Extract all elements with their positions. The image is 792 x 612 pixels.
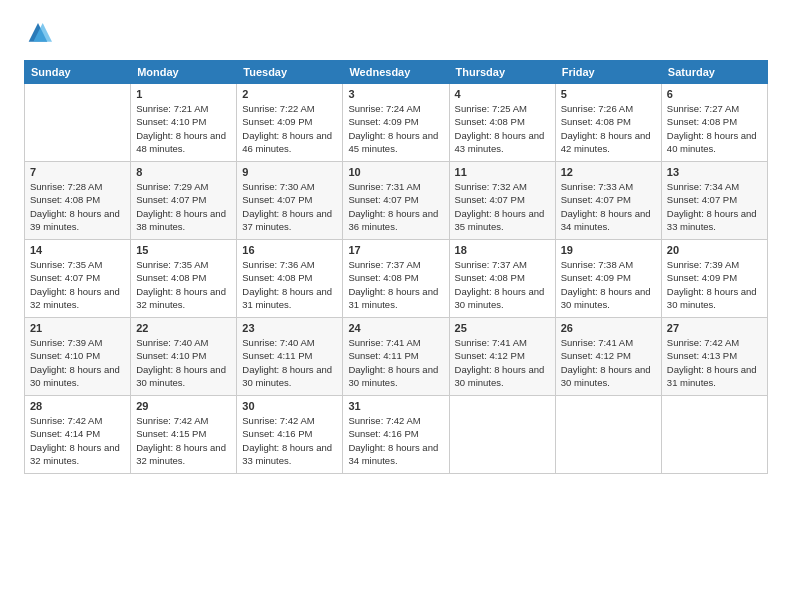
calendar-cell: 13Sunrise: 7:34 AMSunset: 4:07 PMDayligh… — [661, 162, 767, 240]
day-info: Sunrise: 7:35 AMSunset: 4:07 PMDaylight:… — [30, 258, 125, 311]
week-row-1: 7Sunrise: 7:28 AMSunset: 4:08 PMDaylight… — [25, 162, 768, 240]
calendar-cell: 20Sunrise: 7:39 AMSunset: 4:09 PMDayligh… — [661, 240, 767, 318]
calendar-cell: 16Sunrise: 7:36 AMSunset: 4:08 PMDayligh… — [237, 240, 343, 318]
day-info: Sunrise: 7:22 AMSunset: 4:09 PMDaylight:… — [242, 102, 337, 155]
day-number: 11 — [455, 166, 550, 178]
day-info: Sunrise: 7:24 AMSunset: 4:09 PMDaylight:… — [348, 102, 443, 155]
day-number: 16 — [242, 244, 337, 256]
day-info: Sunrise: 7:26 AMSunset: 4:08 PMDaylight:… — [561, 102, 656, 155]
day-info: Sunrise: 7:30 AMSunset: 4:07 PMDaylight:… — [242, 180, 337, 233]
week-row-0: 1Sunrise: 7:21 AMSunset: 4:10 PMDaylight… — [25, 84, 768, 162]
calendar-cell — [25, 84, 131, 162]
calendar-cell: 4Sunrise: 7:25 AMSunset: 4:08 PMDaylight… — [449, 84, 555, 162]
calendar-cell: 17Sunrise: 7:37 AMSunset: 4:08 PMDayligh… — [343, 240, 449, 318]
day-info: Sunrise: 7:32 AMSunset: 4:07 PMDaylight:… — [455, 180, 550, 233]
day-number: 15 — [136, 244, 231, 256]
calendar-cell — [661, 396, 767, 474]
header-row: SundayMondayTuesdayWednesdayThursdayFrid… — [25, 61, 768, 84]
week-row-4: 28Sunrise: 7:42 AMSunset: 4:14 PMDayligh… — [25, 396, 768, 474]
day-number: 13 — [667, 166, 762, 178]
header-day-sunday: Sunday — [25, 61, 131, 84]
day-number: 12 — [561, 166, 656, 178]
calendar-cell: 2Sunrise: 7:22 AMSunset: 4:09 PMDaylight… — [237, 84, 343, 162]
calendar-header: SundayMondayTuesdayWednesdayThursdayFrid… — [25, 61, 768, 84]
day-info: Sunrise: 7:39 AMSunset: 4:09 PMDaylight:… — [667, 258, 762, 311]
calendar-cell: 22Sunrise: 7:40 AMSunset: 4:10 PMDayligh… — [131, 318, 237, 396]
calendar-cell: 21Sunrise: 7:39 AMSunset: 4:10 PMDayligh… — [25, 318, 131, 396]
day-number: 30 — [242, 400, 337, 412]
day-info: Sunrise: 7:40 AMSunset: 4:11 PMDaylight:… — [242, 336, 337, 389]
day-info: Sunrise: 7:41 AMSunset: 4:12 PMDaylight:… — [561, 336, 656, 389]
day-info: Sunrise: 7:40 AMSunset: 4:10 PMDaylight:… — [136, 336, 231, 389]
header-day-saturday: Saturday — [661, 61, 767, 84]
calendar-cell: 14Sunrise: 7:35 AMSunset: 4:07 PMDayligh… — [25, 240, 131, 318]
calendar-cell: 26Sunrise: 7:41 AMSunset: 4:12 PMDayligh… — [555, 318, 661, 396]
header-day-friday: Friday — [555, 61, 661, 84]
day-number: 21 — [30, 322, 125, 334]
day-info: Sunrise: 7:41 AMSunset: 4:11 PMDaylight:… — [348, 336, 443, 389]
page: SundayMondayTuesdayWednesdayThursdayFrid… — [0, 0, 792, 612]
day-number: 9 — [242, 166, 337, 178]
calendar-cell: 25Sunrise: 7:41 AMSunset: 4:12 PMDayligh… — [449, 318, 555, 396]
day-number: 17 — [348, 244, 443, 256]
day-number: 4 — [455, 88, 550, 100]
day-number: 23 — [242, 322, 337, 334]
day-info: Sunrise: 7:41 AMSunset: 4:12 PMDaylight:… — [455, 336, 550, 389]
day-info: Sunrise: 7:42 AMSunset: 4:13 PMDaylight:… — [667, 336, 762, 389]
day-number: 27 — [667, 322, 762, 334]
logo — [24, 20, 56, 48]
day-info: Sunrise: 7:31 AMSunset: 4:07 PMDaylight:… — [348, 180, 443, 233]
day-info: Sunrise: 7:36 AMSunset: 4:08 PMDaylight:… — [242, 258, 337, 311]
calendar-cell: 19Sunrise: 7:38 AMSunset: 4:09 PMDayligh… — [555, 240, 661, 318]
day-number: 20 — [667, 244, 762, 256]
day-number: 3 — [348, 88, 443, 100]
week-row-2: 14Sunrise: 7:35 AMSunset: 4:07 PMDayligh… — [25, 240, 768, 318]
day-info: Sunrise: 7:25 AMSunset: 4:08 PMDaylight:… — [455, 102, 550, 155]
day-info: Sunrise: 7:35 AMSunset: 4:08 PMDaylight:… — [136, 258, 231, 311]
calendar-cell: 3Sunrise: 7:24 AMSunset: 4:09 PMDaylight… — [343, 84, 449, 162]
day-info: Sunrise: 7:38 AMSunset: 4:09 PMDaylight:… — [561, 258, 656, 311]
calendar-cell: 11Sunrise: 7:32 AMSunset: 4:07 PMDayligh… — [449, 162, 555, 240]
day-info: Sunrise: 7:28 AMSunset: 4:08 PMDaylight:… — [30, 180, 125, 233]
day-info: Sunrise: 7:29 AMSunset: 4:07 PMDaylight:… — [136, 180, 231, 233]
header-day-tuesday: Tuesday — [237, 61, 343, 84]
day-number: 8 — [136, 166, 231, 178]
day-number: 14 — [30, 244, 125, 256]
week-row-3: 21Sunrise: 7:39 AMSunset: 4:10 PMDayligh… — [25, 318, 768, 396]
header-day-wednesday: Wednesday — [343, 61, 449, 84]
day-number: 1 — [136, 88, 231, 100]
day-info: Sunrise: 7:42 AMSunset: 4:16 PMDaylight:… — [242, 414, 337, 467]
day-number: 2 — [242, 88, 337, 100]
header-day-monday: Monday — [131, 61, 237, 84]
day-number: 24 — [348, 322, 443, 334]
calendar-cell: 5Sunrise: 7:26 AMSunset: 4:08 PMDaylight… — [555, 84, 661, 162]
day-info: Sunrise: 7:37 AMSunset: 4:08 PMDaylight:… — [348, 258, 443, 311]
day-number: 19 — [561, 244, 656, 256]
header — [24, 20, 768, 48]
day-number: 29 — [136, 400, 231, 412]
header-day-thursday: Thursday — [449, 61, 555, 84]
calendar-cell: 31Sunrise: 7:42 AMSunset: 4:16 PMDayligh… — [343, 396, 449, 474]
day-info: Sunrise: 7:21 AMSunset: 4:10 PMDaylight:… — [136, 102, 231, 155]
day-number: 18 — [455, 244, 550, 256]
calendar-cell: 24Sunrise: 7:41 AMSunset: 4:11 PMDayligh… — [343, 318, 449, 396]
calendar-cell: 15Sunrise: 7:35 AMSunset: 4:08 PMDayligh… — [131, 240, 237, 318]
calendar-cell: 9Sunrise: 7:30 AMSunset: 4:07 PMDaylight… — [237, 162, 343, 240]
day-number: 25 — [455, 322, 550, 334]
day-info: Sunrise: 7:37 AMSunset: 4:08 PMDaylight:… — [455, 258, 550, 311]
day-number: 26 — [561, 322, 656, 334]
calendar-cell: 1Sunrise: 7:21 AMSunset: 4:10 PMDaylight… — [131, 84, 237, 162]
calendar-cell: 10Sunrise: 7:31 AMSunset: 4:07 PMDayligh… — [343, 162, 449, 240]
day-info: Sunrise: 7:34 AMSunset: 4:07 PMDaylight:… — [667, 180, 762, 233]
day-number: 28 — [30, 400, 125, 412]
calendar-table: SundayMondayTuesdayWednesdayThursdayFrid… — [24, 60, 768, 474]
calendar-cell: 12Sunrise: 7:33 AMSunset: 4:07 PMDayligh… — [555, 162, 661, 240]
day-info: Sunrise: 7:33 AMSunset: 4:07 PMDaylight:… — [561, 180, 656, 233]
calendar-cell — [449, 396, 555, 474]
day-number: 7 — [30, 166, 125, 178]
calendar-cell: 23Sunrise: 7:40 AMSunset: 4:11 PMDayligh… — [237, 318, 343, 396]
calendar-cell: 27Sunrise: 7:42 AMSunset: 4:13 PMDayligh… — [661, 318, 767, 396]
day-number: 10 — [348, 166, 443, 178]
day-number: 5 — [561, 88, 656, 100]
day-info: Sunrise: 7:42 AMSunset: 4:16 PMDaylight:… — [348, 414, 443, 467]
